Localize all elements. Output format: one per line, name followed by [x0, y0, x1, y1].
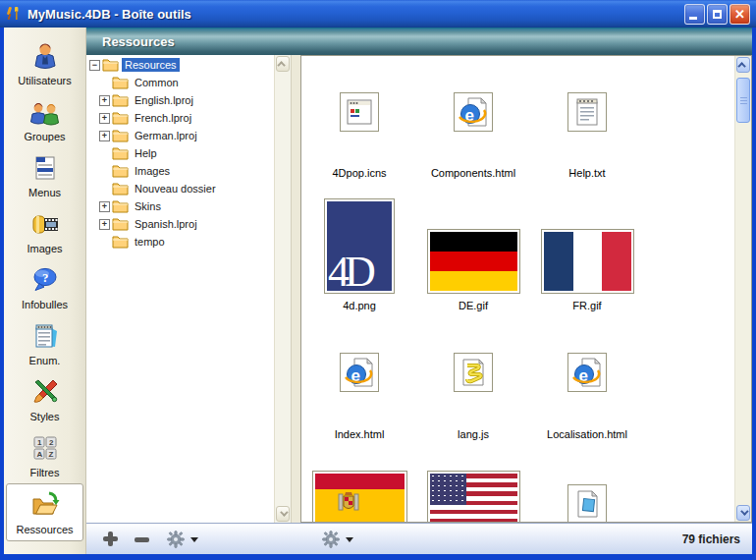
- folder-icon: [112, 93, 129, 107]
- flag-usa-thumbnail: [427, 471, 520, 523]
- file-name: Index.html: [335, 428, 385, 440]
- folder-icon: [102, 58, 119, 72]
- sidebar-item-label: Infobulles: [22, 299, 68, 310]
- tree-item-tempo[interactable]: tempo: [86, 233, 274, 251]
- chevron-up-icon: [737, 62, 745, 70]
- tree-item-images[interactable]: Images: [86, 162, 274, 180]
- filter-keys-icon: 1 2 A Z: [29, 432, 61, 464]
- sidebar-item-label: Ressources: [16, 524, 73, 535]
- folder-icon: [112, 129, 129, 142]
- svg-text:?: ?: [42, 270, 49, 285]
- gear-dropdown-caret[interactable]: [190, 537, 198, 542]
- folder-icon: [112, 146, 129, 160]
- expand-icon[interactable]: +: [99, 131, 110, 141]
- sidebar-item-enum[interactable]: Enum.: [4, 315, 85, 371]
- gear-icon[interactable]: [167, 531, 185, 548]
- tree-item-spanish-lproj[interactable]: + Spanish.lproj: [86, 215, 274, 233]
- sidebar-item-images[interactable]: Images: [4, 203, 85, 259]
- expand-icon[interactable]: +: [99, 201, 110, 212]
- folder-icon: [112, 217, 129, 231]
- document-file-icon: [567, 484, 607, 523]
- tree-item-help[interactable]: Help: [86, 144, 274, 162]
- html-file-icon: e: [340, 353, 379, 392]
- file-item[interactable]: e Components.html: [416, 92, 530, 179]
- file-name: DE.gif: [459, 300, 488, 311]
- grid-scrollbar[interactable]: [734, 56, 751, 522]
- film-roll-icon: [29, 208, 61, 240]
- collapse-icon[interactable]: −: [89, 60, 100, 71]
- expand-icon[interactable]: +: [99, 95, 110, 106]
- gear-icon[interactable]: [322, 531, 340, 548]
- file-name: Localisation.html: [547, 428, 627, 440]
- logo-4d-text: 4D: [328, 247, 371, 291]
- file-item[interactable]: 4D 4d.png: [302, 194, 416, 311]
- group-icon: [29, 96, 61, 128]
- html-file-icon: e: [454, 92, 493, 132]
- section-title: Ressources: [102, 34, 175, 49]
- tree-item-common[interactable]: Common: [86, 74, 274, 91]
- scroll-down-button[interactable]: [736, 505, 750, 521]
- paintbrush-icon: [29, 376, 61, 408]
- folder-icon: [112, 76, 129, 89]
- main-area: Ressources − Resources Common: [86, 28, 752, 554]
- chevron-up-icon: [277, 61, 285, 69]
- sidebar-item-styles[interactable]: Styles: [4, 371, 85, 427]
- file-count: 79 fichiers: [682, 532, 740, 546]
- file-item[interactable]: e Index.html: [302, 353, 416, 440]
- file-name: Components.html: [431, 167, 515, 179]
- tree-item-skins[interactable]: + Skins: [86, 197, 274, 215]
- sidebar-item-ressources[interactable]: Ressources: [6, 483, 83, 541]
- file-item[interactable]: e Localisation.html: [530, 353, 644, 440]
- menu-icon: [29, 152, 61, 184]
- js-file-icon: [454, 353, 493, 392]
- us-flag-canton: [430, 474, 466, 505]
- file-item[interactable]: 4Dpop.icns: [302, 92, 416, 179]
- sidebar-item-infobulles[interactable]: ? Infobulles: [4, 259, 85, 315]
- tree-item-french-lproj[interactable]: + French.lproj: [86, 109, 274, 127]
- titlebar[interactable]: MyMusic.4DB - Boîte outils ✕: [0, 0, 756, 28]
- tree-scrollbar[interactable]: [274, 55, 291, 523]
- maximize-button[interactable]: [707, 4, 728, 25]
- scroll-up-button[interactable]: [276, 56, 290, 72]
- scrollbar-thumb[interactable]: [736, 78, 750, 123]
- add-button[interactable]: [103, 532, 118, 546]
- sidebar-item-groupes[interactable]: Groupes: [4, 91, 85, 147]
- tree-item-german-lproj[interactable]: + German.lproj: [86, 127, 274, 144]
- sidebar-item-label: Menus: [28, 187, 61, 198]
- tree-item-nouveau-dossier[interactable]: Nouveau dossier: [86, 180, 274, 197]
- folder-icon: [112, 235, 129, 249]
- svg-text:2: 2: [49, 438, 54, 447]
- close-button[interactable]: ✕: [729, 4, 750, 25]
- expand-icon[interactable]: +: [99, 113, 110, 124]
- scroll-up-button[interactable]: [736, 57, 750, 73]
- icns-file-icon: [340, 92, 379, 132]
- svg-text:Z: Z: [48, 450, 53, 459]
- html-file-icon: e: [567, 353, 607, 392]
- file-item[interactable]: [302, 471, 416, 523]
- minimize-button[interactable]: [684, 4, 705, 25]
- bottom-toolbar: 79 fichiers: [86, 523, 752, 554]
- expand-icon[interactable]: +: [99, 219, 110, 230]
- image-thumbnail-4d: 4D: [324, 198, 395, 294]
- file-name: 4d.png: [343, 300, 376, 311]
- tree-item-english-lproj[interactable]: + English.lproj: [86, 91, 274, 109]
- sidebar-item-menus[interactable]: Menus: [4, 147, 85, 203]
- file-item[interactable]: Help.txt: [530, 92, 644, 179]
- file-item[interactable]: lang.js: [416, 353, 530, 440]
- file-item[interactable]: [416, 471, 530, 523]
- file-item[interactable]: DE.gif: [416, 194, 530, 311]
- flag-spain-thumbnail: [312, 471, 407, 523]
- scroll-down-button[interactable]: [276, 506, 290, 522]
- file-item[interactable]: FR.gif: [530, 194, 644, 311]
- remove-button[interactable]: [135, 537, 149, 542]
- chevron-down-icon: [740, 507, 748, 515]
- gear-dropdown-caret[interactable]: [346, 537, 353, 542]
- file-item[interactable]: [530, 471, 644, 523]
- maximize-icon: [713, 10, 722, 19]
- folder-icon: [112, 182, 129, 196]
- sidebar-item-filtres[interactable]: 1 2 A Z Filtres: [4, 427, 85, 483]
- section-header: Ressources: [86, 28, 752, 55]
- notepad-list-icon: [29, 320, 61, 352]
- sidebar-item-utilisateurs[interactable]: Utilisateurs: [4, 35, 85, 91]
- tree-item-resources[interactable]: − Resources: [86, 56, 274, 74]
